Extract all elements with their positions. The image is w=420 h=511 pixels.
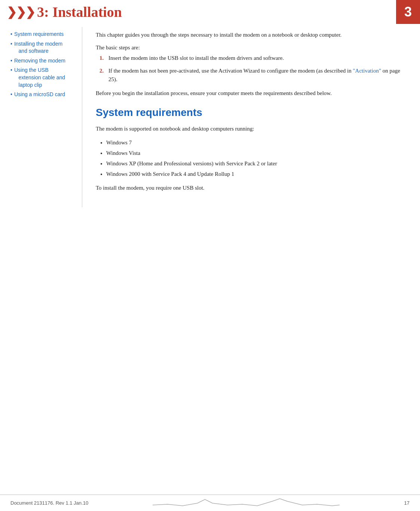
bullet-icon: • [10,40,12,48]
system-requirements-heading: System requirements [96,107,401,119]
sidebar-item-system-requirements[interactable]: • System requirements [10,31,78,38]
list-item: Windows Vista [106,149,401,157]
page-header: ❯❯❯ 3: Installation [0,0,420,24]
step-1-number: 1. [99,54,108,62]
header-arrows-icon: ❯❯❯ [7,5,35,19]
bullet-icon: • [10,31,12,38]
step-2-text: If the modem has not been pre-activated,… [108,67,401,84]
chapter-number: 3 [404,4,412,20]
list-item: Windows XP (Home and Professional versio… [106,159,401,168]
main-content: This chapter guides you through the step… [82,27,420,207]
sidebar: • System requirements • Installing the m… [0,27,82,207]
sidebar-item-installing-modem[interactable]: • Installing the modem and software [10,40,78,55]
bullet-icon: • [10,57,12,65]
usb-requirement-text: To install the modem, you require one US… [96,184,401,192]
page-title: 3: Installation [37,4,122,20]
sidebar-link-usb-extension[interactable]: Using the USB extension cable and laptop… [14,67,65,89]
footer-page-number: 17 [404,500,410,506]
sidebar-item-microsd[interactable]: • Using a microSD card [10,91,78,98]
list-item: Windows 2000 with Service Pack 4 and Upd… [106,169,401,178]
os-bullet-list: Windows 7 Windows Vista Windows XP (Home… [106,138,401,178]
bullet-icon: • [10,91,12,98]
sidebar-link-removing-modem[interactable]: Removing the modem [14,57,65,65]
before-text: Before you begin the installation proces… [96,89,401,98]
footer-wave-decoration [88,498,404,509]
main-layout: • System requirements • Installing the m… [0,24,420,207]
sidebar-item-usb-extension[interactable]: • Using the USB extension cable and lapt… [10,67,78,89]
page-footer: Document 2131176. Rev 1.1 Jan.10 17 [0,495,420,511]
sidebar-item-removing-modem[interactable]: • Removing the modem [10,57,78,65]
step-2-number: 2. [99,67,108,75]
sidebar-link-microsd[interactable]: Using a microSD card [14,91,65,98]
basic-steps-intro: The basic steps are: [96,45,401,51]
step-1: 1. Insert the modem into the USB slot to… [99,54,401,62]
section-intro: The modem is supported on notebook and d… [96,125,401,133]
step-1-text: Insert the modem into the USB slot to in… [108,54,401,62]
bullet-icon: • [10,67,12,74]
chapter-badge: 3 [396,0,420,24]
sidebar-link-installing-modem[interactable]: Installing the modem and software [14,40,62,55]
step-2: 2. If the modem has not been pre-activat… [99,67,401,84]
footer-document-info: Document 2131176. Rev 1.1 Jan.10 [10,500,88,506]
activation-link[interactable]: "Activation" [353,68,381,74]
list-item: Windows 7 [106,138,401,147]
sidebar-link-system-requirements[interactable]: System requirements [14,31,64,38]
steps-list: 1. Insert the modem into the USB slot to… [99,54,401,84]
intro-paragraph: This chapter guides you through the step… [96,31,401,39]
